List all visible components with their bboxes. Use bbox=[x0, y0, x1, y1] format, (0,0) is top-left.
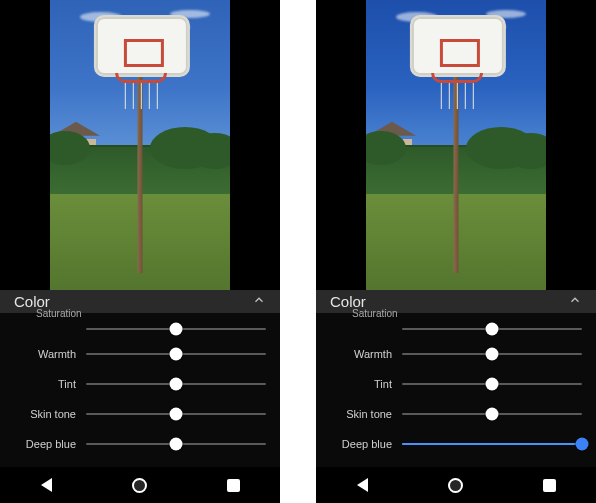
slider-warmth[interactable] bbox=[86, 344, 266, 364]
slider-label: Tint bbox=[14, 378, 76, 390]
home-icon bbox=[132, 478, 147, 493]
chevron-up-icon bbox=[252, 293, 266, 311]
phone-right: Color Saturation Saturation Warmth bbox=[316, 0, 596, 503]
phone-left: Color Saturation Saturation Warmth bbox=[0, 0, 280, 503]
image-preview[interactable] bbox=[316, 0, 596, 290]
slider-skintone[interactable] bbox=[402, 404, 582, 424]
sliders-panel: Saturation Saturation Warmth Tint bbox=[316, 313, 596, 467]
slider-deepblue[interactable] bbox=[86, 434, 266, 454]
slider-row-tint: Tint bbox=[330, 369, 582, 399]
recent-icon bbox=[543, 479, 556, 492]
nav-back-button[interactable] bbox=[343, 467, 383, 503]
chevron-up-icon bbox=[568, 293, 582, 311]
slider-label: Deep blue bbox=[330, 438, 392, 450]
nav-recent-button[interactable] bbox=[213, 467, 253, 503]
slider-label: Warmth bbox=[14, 348, 76, 360]
back-icon bbox=[41, 478, 52, 492]
slider-row-skintone: Skin tone bbox=[330, 399, 582, 429]
slider-tint[interactable] bbox=[86, 374, 266, 394]
slider-label: Deep blue bbox=[14, 438, 76, 450]
slider-label: Warmth bbox=[330, 348, 392, 360]
back-icon bbox=[357, 478, 368, 492]
slider-label-truncated: Saturation bbox=[352, 308, 398, 319]
slider-saturation[interactable]: Saturation bbox=[86, 319, 266, 339]
slider-label: Skin tone bbox=[330, 408, 392, 420]
nav-home-button[interactable] bbox=[436, 467, 476, 503]
slider-label-truncated: Saturation bbox=[36, 308, 82, 319]
nav-recent-button[interactable] bbox=[529, 467, 569, 503]
slider-row-tint: Tint bbox=[14, 369, 266, 399]
photo bbox=[366, 0, 546, 290]
slider-row-skintone: Skin tone bbox=[14, 399, 266, 429]
android-navbar bbox=[316, 467, 596, 503]
slider-deepblue[interactable] bbox=[402, 434, 582, 454]
slider-row-deepblue: Deep blue bbox=[14, 429, 266, 459]
slider-saturation[interactable]: Saturation bbox=[402, 319, 582, 339]
slider-label: Skin tone bbox=[14, 408, 76, 420]
photo bbox=[50, 0, 230, 290]
nav-back-button[interactable] bbox=[27, 467, 67, 503]
slider-warmth[interactable] bbox=[402, 344, 582, 364]
slider-row-saturation: Saturation Saturation bbox=[14, 319, 266, 339]
slider-tint[interactable] bbox=[402, 374, 582, 394]
slider-label: Tint bbox=[330, 378, 392, 390]
slider-skintone[interactable] bbox=[86, 404, 266, 424]
nav-home-button[interactable] bbox=[120, 467, 160, 503]
image-preview[interactable] bbox=[0, 0, 280, 290]
slider-row-deepblue: Deep blue bbox=[330, 429, 582, 459]
recent-icon bbox=[227, 479, 240, 492]
home-icon bbox=[448, 478, 463, 493]
slider-row-warmth: Warmth bbox=[14, 339, 266, 369]
slider-row-saturation: Saturation Saturation bbox=[330, 319, 582, 339]
sliders-panel: Saturation Saturation Warmth Tint bbox=[0, 313, 280, 467]
slider-row-warmth: Warmth bbox=[330, 339, 582, 369]
android-navbar bbox=[0, 467, 280, 503]
